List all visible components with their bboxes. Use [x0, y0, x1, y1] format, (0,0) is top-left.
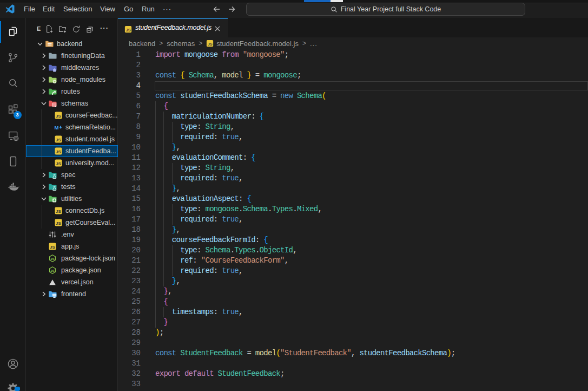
svg-text:JS: JS — [56, 138, 61, 142]
svg-text:JS: JS — [56, 149, 61, 154]
svg-text:JS: JS — [208, 41, 213, 46]
svg-text:JS: JS — [50, 269, 54, 272]
svg-text:JS: JS — [50, 257, 54, 260]
svg-text:JS: JS — [126, 28, 131, 32]
svg-text:JS: JS — [56, 114, 61, 119]
svg-text:JS: JS — [56, 209, 61, 214]
svg-text:JS: JS — [56, 221, 61, 226]
svg-text:JS: JS — [56, 161, 61, 166]
svg-text:JS: JS — [50, 245, 55, 250]
svg-text:M: M — [55, 125, 59, 131]
